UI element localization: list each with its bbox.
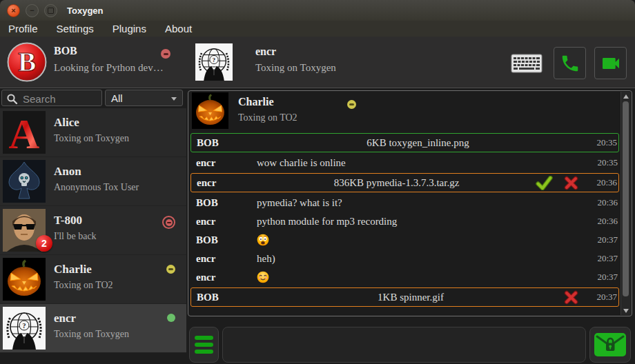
- svg-text:B: B: [18, 47, 36, 77]
- unread-badge: 2: [36, 235, 52, 252]
- audio-call-button[interactable]: [554, 47, 586, 79]
- message-sender: BOB: [190, 234, 257, 246]
- message-time: 20:35: [588, 137, 617, 148]
- menu-about[interactable]: About: [165, 23, 192, 34]
- contact-list-item[interactable]: T-800 I'll be back 2: [0, 206, 186, 255]
- menu-plugins[interactable]: Plugins: [113, 23, 146, 34]
- self-status-icon[interactable]: [161, 49, 170, 59]
- chat-peer-status-message: Toxing on TO2: [238, 112, 297, 123]
- message-text: [257, 271, 579, 283]
- contact-status-message: Toxing on Toxygen: [54, 133, 129, 144]
- message-time: 20:36: [588, 177, 617, 188]
- check-icon: [536, 176, 553, 190]
- anonymous-avatar: ?: [3, 307, 46, 350]
- message-time: 20:37: [589, 253, 618, 264]
- scroll-down-arrow[interactable]: [621, 306, 631, 315]
- contact-name: encr: [54, 312, 76, 325]
- smiling-face-emoji: [257, 271, 269, 283]
- chat-peer-avatar: [192, 92, 228, 129]
- message-row[interactable]: BOB pymedia? what is it? 20:36: [190, 194, 619, 212]
- self-name: BOB: [54, 45, 77, 57]
- alice-avatar: A: [3, 111, 46, 154]
- contact-status-icon: [162, 216, 175, 229]
- bob-avatar: B: [7, 42, 47, 82]
- contact-list: A Alice Toxing on Toxygen Anon Anonymous…: [0, 108, 186, 353]
- message-text: python module for mp3 recording: [257, 216, 579, 228]
- message-actions: [564, 290, 578, 305]
- video-camera-icon: [600, 52, 622, 74]
- menu-settings[interactable]: Settings: [57, 23, 94, 34]
- contact-list-item[interactable]: Charlie Toxing on TO2: [0, 255, 186, 304]
- self-avatar[interactable]: B: [7, 42, 47, 82]
- close-button[interactable]: ×: [7, 4, 20, 17]
- keyboard-icon: [511, 54, 543, 73]
- contact-list-item[interactable]: A Alice Toxing on Toxygen: [0, 108, 186, 157]
- chat-peer-row[interactable]: Charlie Toxing on TO2: [188, 91, 621, 130]
- maximize-button[interactable]: [44, 4, 57, 17]
- message-row[interactable]: encr 836KB pymedia-1.3.7.3.tar.gz 20:36: [190, 173, 619, 192]
- chat-scrollbar[interactable]: [621, 92, 631, 315]
- message-text: 1KB spinner.gif: [257, 292, 564, 303]
- pumpkin-avatar: [192, 92, 228, 129]
- message-time: 20:36: [589, 216, 618, 227]
- anonymous-avatar: ?: [195, 43, 233, 81]
- message-input[interactable]: [222, 327, 586, 363]
- window-title: Toxygen: [67, 6, 104, 16]
- contact-name: Charlie: [54, 263, 92, 276]
- search-box[interactable]: [1, 90, 102, 106]
- scroll-up-arrow[interactable]: [621, 92, 631, 101]
- message-text: pymedia? what is it?: [257, 197, 579, 209]
- active-chat-name: encr: [255, 46, 276, 58]
- message-time: 20:37: [588, 292, 617, 303]
- video-call-button[interactable]: [594, 47, 627, 79]
- message-row[interactable]: BOB 20:37: [190, 231, 619, 249]
- active-chat-avatar: ?: [195, 43, 233, 81]
- message-time: 20:36: [589, 197, 618, 208]
- message-sender: encr: [190, 216, 257, 228]
- message-row[interactable]: encr wow charlie is online 20:35: [190, 154, 619, 172]
- message-time: 20:37: [589, 272, 618, 283]
- message-sender: BOB: [191, 292, 257, 303]
- file-cancel-button[interactable]: [564, 176, 578, 190]
- keyboard-button[interactable]: [510, 53, 543, 74]
- message-text: heh): [257, 253, 579, 265]
- minimize-button[interactable]: −: [26, 4, 39, 17]
- message-row[interactable]: encr 20:37: [190, 268, 619, 286]
- file-cancel-button[interactable]: [564, 290, 578, 305]
- message-text: wow charlie is online: [257, 157, 579, 169]
- contact-name: Anon: [54, 165, 81, 179]
- message-time: 20:35: [589, 157, 618, 168]
- scrollbar-thumb[interactable]: [623, 101, 629, 296]
- message-row[interactable]: BOB 1KB spinner.gif 20:37: [190, 287, 619, 307]
- menu-bar: Profile Settings Plugins About: [0, 21, 635, 37]
- composer-menu-button[interactable]: [189, 327, 219, 363]
- hamburger-icon: [195, 336, 213, 340]
- message-row[interactable]: encr python module for mp3 recording 20:…: [190, 212, 619, 230]
- message-text: [257, 234, 579, 246]
- fearful-face-emoji: [257, 234, 269, 246]
- phone-icon: [560, 53, 580, 74]
- menu-profile[interactable]: Profile: [8, 23, 38, 34]
- message-sender: BOB: [191, 137, 257, 149]
- contact-avatar: ?: [3, 307, 46, 350]
- file-accept-button[interactable]: [536, 176, 553, 190]
- self-status-message: Looking for Python dev…: [54, 62, 164, 74]
- x-icon: [564, 176, 578, 190]
- search-input[interactable]: [21, 91, 101, 106]
- message-text: 836KB pymedia-1.3.7.3.tar.gz: [257, 177, 536, 189]
- message-text: 6KB toxygen_inline.png: [257, 137, 578, 149]
- active-chat-status-message: Toxing on Toxygen: [255, 62, 336, 74]
- x-icon: [564, 290, 578, 305]
- contact-filter-dropdown[interactable]: All: [105, 90, 183, 106]
- chat-peer-status-icon: [347, 100, 356, 109]
- send-button[interactable]: [589, 327, 631, 363]
- contact-status-message: I'll be back: [54, 231, 97, 242]
- contact-name: Alice: [54, 116, 79, 130]
- message-row[interactable]: encr heh) 20:37: [190, 250, 619, 267]
- contact-avatar: [3, 160, 46, 203]
- chat-box: Charlie Toxing on TO2 BOB 6KB toxygen_in…: [188, 90, 632, 316]
- pumpkin-avatar: [3, 258, 46, 301]
- message-row[interactable]: BOB 6KB toxygen_inline.png 20:35: [190, 133, 619, 152]
- contact-list-item[interactable]: Anon Anonymous Tox User: [0, 157, 186, 206]
- contact-list-item[interactable]: ? encr Toxing on Toxygen: [0, 304, 186, 353]
